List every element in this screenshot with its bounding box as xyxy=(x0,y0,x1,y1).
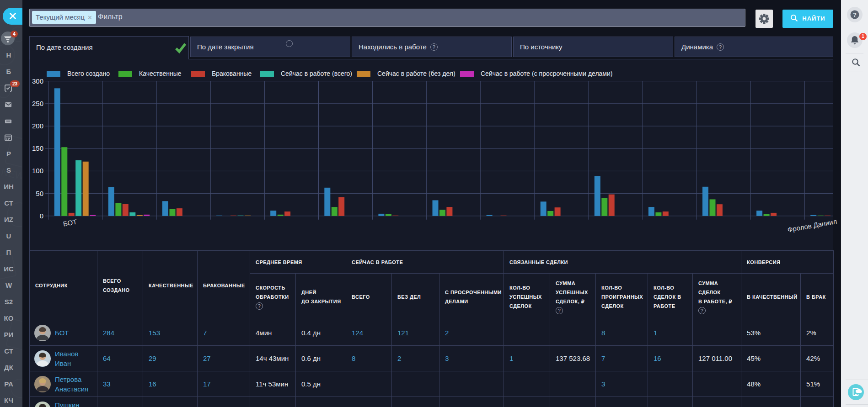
svg-text:300: 300 xyxy=(32,77,43,85)
svg-text:Фролов Даниил: Фролов Даниил xyxy=(787,217,838,234)
svg-text:БОТ: БОТ xyxy=(63,218,78,228)
svg-text:?: ? xyxy=(853,11,857,18)
svg-text:100: 100 xyxy=(32,167,43,174)
svg-text:200: 200 xyxy=(32,122,43,130)
svg-text:250: 250 xyxy=(32,100,43,107)
svg-text:150: 150 xyxy=(32,144,43,152)
svg-text:50: 50 xyxy=(36,190,43,197)
svg-text:0: 0 xyxy=(40,212,43,220)
